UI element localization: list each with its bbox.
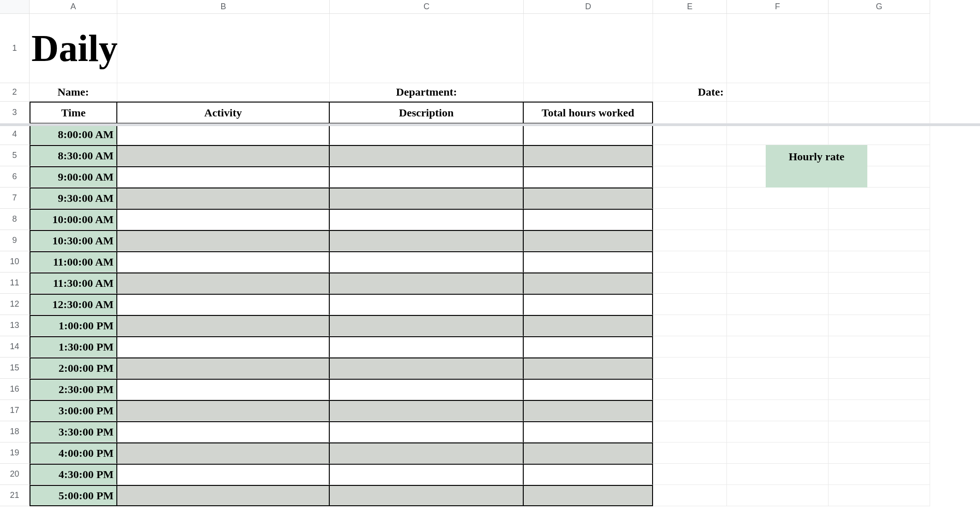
cell-F17[interactable] <box>727 400 829 421</box>
cell-F19[interactable] <box>727 442 829 464</box>
cell-C2[interactable]: Department: <box>330 83 524 102</box>
description-cell[interactable] <box>330 230 524 251</box>
description-cell[interactable] <box>330 294 524 315</box>
row-header-21[interactable]: 21 <box>0 485 30 506</box>
row-header-16[interactable]: 16 <box>0 379 30 400</box>
cell-E18[interactable] <box>653 421 727 442</box>
cell-E12[interactable] <box>653 294 727 315</box>
col-header-B[interactable]: B <box>117 0 330 14</box>
cell-E10[interactable] <box>653 251 727 273</box>
row-header-17[interactable]: 17 <box>0 400 30 421</box>
cell-A1[interactable]: Daily time tracker <box>30 14 117 83</box>
activity-cell[interactable] <box>117 209 330 230</box>
time-cell[interactable]: 8:00:00 AM <box>30 124 117 145</box>
cell-G3[interactable] <box>829 102 930 124</box>
activity-cell[interactable] <box>117 145 330 166</box>
cell-F12[interactable] <box>727 294 829 315</box>
time-cell[interactable]: 8:30:00 AM <box>30 145 117 166</box>
description-cell[interactable] <box>330 442 524 464</box>
row-header-14[interactable]: 14 <box>0 336 30 357</box>
cell-E16[interactable] <box>653 379 727 400</box>
description-cell[interactable] <box>330 124 524 145</box>
description-cell[interactable] <box>330 188 524 209</box>
total-hours-cell[interactable] <box>524 251 653 273</box>
total-hours-cell[interactable] <box>524 188 653 209</box>
cell-F20[interactable] <box>727 464 829 485</box>
time-cell[interactable]: 10:00:00 AM <box>30 209 117 230</box>
row-header-11[interactable]: 11 <box>0 273 30 294</box>
col-header-A[interactable]: A <box>30 0 117 14</box>
total-hours-cell[interactable] <box>524 336 653 357</box>
activity-cell[interactable] <box>117 251 330 273</box>
cell-G14[interactable] <box>829 336 930 357</box>
col-header-D[interactable]: D <box>524 0 653 14</box>
cell-B1[interactable] <box>117 14 330 83</box>
cell-E13[interactable] <box>653 315 727 336</box>
row-header-15[interactable]: 15 <box>0 357 30 379</box>
cell-F2[interactable] <box>727 83 829 102</box>
cell-G2[interactable] <box>829 83 930 102</box>
cell-G18[interactable] <box>829 421 930 442</box>
cell-E14[interactable] <box>653 336 727 357</box>
total-hours-cell[interactable] <box>524 421 653 442</box>
cell-F21[interactable] <box>727 485 829 506</box>
activity-cell[interactable] <box>117 421 330 442</box>
cell-E15[interactable] <box>653 357 727 379</box>
total-hours-cell[interactable] <box>524 273 653 294</box>
cell-E4[interactable] <box>653 124 727 145</box>
time-cell[interactable]: 4:30:00 PM <box>30 464 117 485</box>
cell-F9[interactable] <box>727 230 829 251</box>
cell-G1[interactable] <box>829 14 930 83</box>
cell-E17[interactable] <box>653 400 727 421</box>
cell-F15[interactable] <box>727 357 829 379</box>
total-hours-cell[interactable] <box>524 485 653 506</box>
cell-F14[interactable] <box>727 336 829 357</box>
col-header-E[interactable]: E <box>653 0 727 14</box>
hourly-rate-box[interactable]: Hourly rate <box>766 145 867 188</box>
row-header-8[interactable]: 8 <box>0 209 30 230</box>
row-header-5[interactable]: 5 <box>0 145 30 166</box>
cell-F18[interactable] <box>727 421 829 442</box>
cell-F4[interactable] <box>727 124 829 145</box>
activity-cell[interactable] <box>117 315 330 336</box>
freeze-bar-horizontal[interactable] <box>0 123 980 126</box>
time-cell[interactable]: 10:30:00 AM <box>30 230 117 251</box>
time-cell[interactable]: 3:30:00 PM <box>30 421 117 442</box>
description-cell[interactable] <box>330 485 524 506</box>
activity-cell[interactable] <box>117 273 330 294</box>
cell-G12[interactable] <box>829 294 930 315</box>
description-cell[interactable] <box>330 209 524 230</box>
header-activity[interactable]: Activity <box>117 102 330 124</box>
row-header-10[interactable]: 10 <box>0 251 30 273</box>
description-cell[interactable] <box>330 379 524 400</box>
description-cell[interactable] <box>330 273 524 294</box>
cell-F10[interactable] <box>727 251 829 273</box>
activity-cell[interactable] <box>117 188 330 209</box>
description-cell[interactable] <box>330 400 524 421</box>
activity-cell[interactable] <box>117 400 330 421</box>
cell-E11[interactable] <box>653 273 727 294</box>
description-cell[interactable] <box>330 336 524 357</box>
col-header-G[interactable]: G <box>829 0 930 14</box>
time-cell[interactable]: 12:30:00 AM <box>30 294 117 315</box>
row-header-18[interactable]: 18 <box>0 421 30 442</box>
total-hours-cell[interactable] <box>524 315 653 336</box>
cell-G15[interactable] <box>829 357 930 379</box>
time-cell[interactable]: 11:30:00 AM <box>30 273 117 294</box>
cell-E20[interactable] <box>653 464 727 485</box>
cell-C1[interactable] <box>330 14 524 83</box>
total-hours-cell[interactable] <box>524 145 653 166</box>
cell-G17[interactable] <box>829 400 930 421</box>
cell-F7[interactable] <box>727 188 829 209</box>
row-header-20[interactable]: 20 <box>0 464 30 485</box>
cell-E2[interactable]: Date: <box>653 83 727 102</box>
cell-E3[interactable] <box>653 102 727 124</box>
time-cell[interactable]: 2:00:00 PM <box>30 357 117 379</box>
header-time[interactable]: Time <box>30 102 117 124</box>
row-header-4[interactable]: 4 <box>0 124 30 145</box>
row-header-9[interactable]: 9 <box>0 230 30 251</box>
cell-E1[interactable] <box>653 14 727 83</box>
row-header-6[interactable]: 6 <box>0 166 30 188</box>
row-header-7[interactable]: 7 <box>0 188 30 209</box>
total-hours-cell[interactable] <box>524 209 653 230</box>
